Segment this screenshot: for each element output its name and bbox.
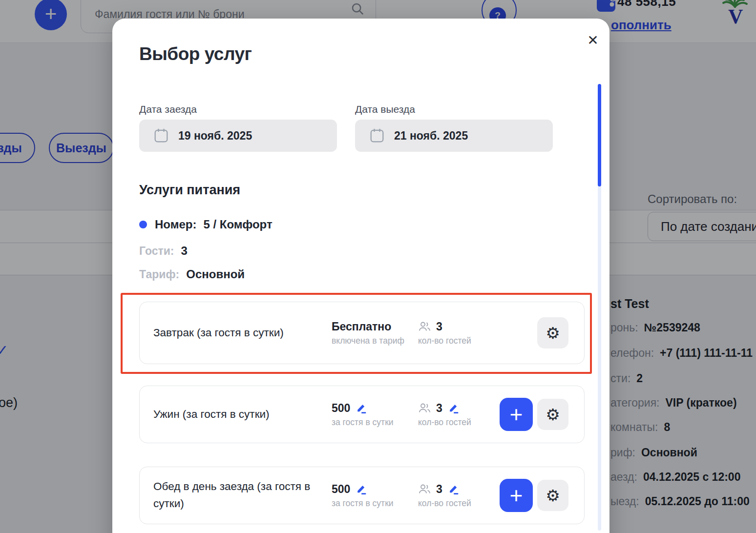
calendar-icon [154,128,168,144]
guests-icon [418,320,431,333]
service-row-breakfast: Завтрак (за гостя в сутки) Бесплатно вкл… [139,302,585,364]
plus-icon: + [510,401,523,428]
add-service-button[interactable]: + [500,398,533,431]
edit-price-icon[interactable] [355,402,367,414]
price-block: 500 за гостя в сутки [332,483,394,509]
guests-icon [418,402,431,414]
checkout-date-value: 21 нояб. 2025 [394,129,468,143]
service-settings-button[interactable]: ⚙ [537,480,568,511]
plus-icon: + [510,482,523,509]
checkout-label: Дата выезда [355,103,415,115]
edit-quantity-icon[interactable] [447,402,460,414]
meals-section-title: Услуги питания [139,183,240,198]
guests-info-row: Гости: 3 [139,244,188,258]
gear-icon: ⚙ [546,405,560,424]
quantity-block: 3 кол-во гостей [418,320,471,346]
quantity-block: 3 кол-во гостей [418,483,471,509]
app-canvas: + ? [0,0,756,533]
close-button[interactable]: ✕ [582,30,604,50]
edit-quantity-icon[interactable] [447,483,460,495]
add-service-button[interactable]: + [500,479,533,512]
checkin-date-field[interactable]: 19 нояб. 2025 [139,120,337,152]
checkout-date-field[interactable]: 21 нояб. 2025 [355,120,553,152]
close-icon: ✕ [587,32,598,48]
price-block: Бесплатно включена в тариф [332,320,404,346]
service-settings-button[interactable]: ⚙ [537,399,568,430]
modal-scrollbar-thumb[interactable] [598,84,601,186]
bullet-dot-icon [139,221,147,228]
checkin-label: Дата заезда [139,103,197,115]
quantity-block: 3 кол-во гостей [418,402,471,428]
service-settings-button[interactable]: ⚙ [537,317,568,348]
price-block: 500 за гостя в сутки [332,402,394,428]
edit-price-icon[interactable] [355,483,367,495]
guests-icon [418,483,431,495]
room-info-row: Номер: 5 / Комфорт [139,218,273,231]
modal-title: Выбор услуг [139,44,252,64]
calendar-icon [370,128,384,144]
service-row-dinner: Ужин (за гостя в сутки) 500 за гостя в с… [139,386,585,443]
checkin-date-value: 19 нояб. 2025 [178,129,252,143]
service-row-lunch: Обед в день заезда (за гостя в сутки) 50… [139,467,585,524]
gear-icon: ⚙ [546,486,560,505]
service-selection-modal: ✕ Выбор услуг Дата заезда Дата выезда 19… [112,19,609,533]
gear-icon: ⚙ [546,324,560,343]
tariff-info-row: Тариф: Основной [139,267,245,281]
